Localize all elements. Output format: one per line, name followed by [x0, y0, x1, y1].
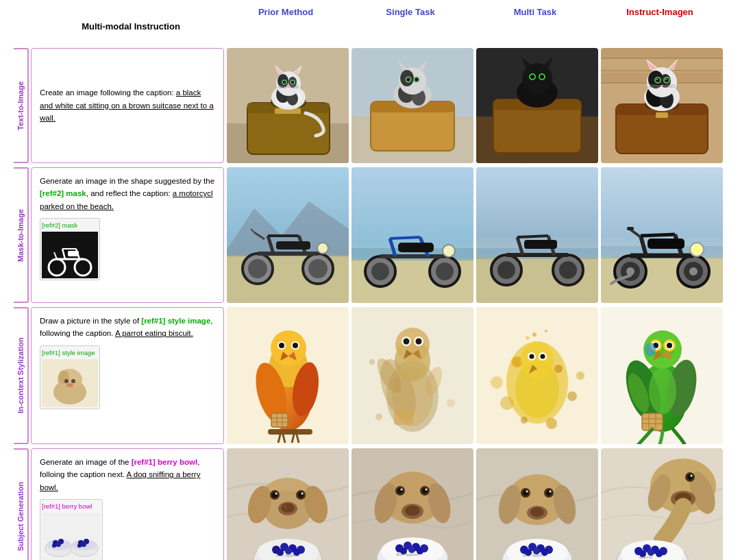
image-row2-single [352, 167, 473, 303]
svg-point-164 [271, 330, 306, 366]
svg-point-106 [317, 243, 328, 254]
svg-point-268 [277, 549, 284, 556]
svg-line-118 [390, 237, 420, 239]
svg-point-78 [665, 78, 669, 82]
svg-point-227 [667, 343, 672, 348]
svg-point-193 [369, 359, 375, 365]
svg-point-283 [401, 489, 403, 491]
instruction-stylization: Draw a picture in the style of [ref#1] s… [31, 307, 224, 444]
svg-point-211 [532, 332, 536, 337]
svg-rect-133 [524, 240, 557, 249]
svg-point-198 [554, 365, 563, 373]
svg-rect-92 [68, 251, 79, 256]
svg-point-156 [64, 379, 69, 383]
svg-point-208 [530, 354, 534, 359]
svg-rect-55 [601, 48, 723, 58]
svg-point-325 [691, 475, 693, 477]
svg-text:Bon Appétit: Bon Appétit [396, 552, 419, 557]
svg-point-316 [541, 549, 548, 556]
svg-point-314 [525, 549, 532, 556]
instruction-text-to-image: Create an image following the caption: a… [31, 48, 224, 163]
svg-point-40 [407, 78, 410, 82]
svg-point-239 [56, 541, 61, 547]
svg-point-188 [404, 339, 410, 345]
svg-point-80 [665, 79, 667, 80]
column-headers: Prior Method Single Task Multi Task Inst… [225, 7, 726, 17]
svg-point-210 [541, 354, 545, 359]
svg-rect-147 [648, 239, 684, 249]
row-text-to-image: Text-to-Image Create an image following … [14, 48, 726, 163]
svg-rect-174 [268, 429, 312, 435]
svg-point-253 [281, 503, 295, 513]
image-row4-instruct: Appétit [601, 448, 723, 560]
svg-point-99 [248, 259, 267, 278]
svg-point-200 [567, 391, 577, 401]
svg-point-128 [559, 261, 577, 279]
svg-point-79 [656, 79, 658, 80]
svg-point-213 [526, 337, 530, 340]
svg-point-157 [71, 379, 75, 383]
svg-point-192 [447, 399, 455, 407]
image-row2-prior [227, 167, 349, 303]
svg-point-333 [639, 550, 646, 557]
svg-point-278 [405, 506, 420, 516]
image-row3-prior [227, 307, 349, 444]
svg-rect-120 [398, 243, 434, 252]
svg-point-41 [415, 78, 419, 82]
svg-point-203 [491, 376, 503, 389]
image-row3-single [352, 307, 473, 444]
svg-point-77 [656, 78, 660, 82]
svg-point-100 [308, 259, 328, 278]
header-instruct: Instruct-Imagen [599, 7, 721, 17]
svg-point-206 [521, 341, 554, 380]
figure-container: Prior Method Single Task Multi Task Inst… [14, 7, 726, 560]
svg-point-294 [417, 548, 423, 555]
svg-point-228 [645, 343, 656, 356]
svg-point-202 [546, 418, 557, 429]
header-prior: Prior Method [225, 7, 347, 17]
svg-point-245 [81, 541, 86, 547]
image-row3-instruct [601, 307, 723, 444]
instruction-subject-generation: Generate an image of the [ref#1] berry b… [31, 448, 224, 560]
row-label-text-to-image: Text-to-Image [14, 48, 29, 163]
svg-point-149 [693, 245, 701, 254]
svg-point-53 [540, 75, 544, 79]
svg-point-201 [521, 417, 528, 424]
svg-point-20 [291, 81, 294, 84]
svg-point-259 [275, 493, 278, 495]
svg-point-199 [500, 396, 514, 410]
header-multi: Multi Task [474, 7, 596, 17]
row-label-mask-to-image: Mask-to-Image [14, 167, 29, 303]
svg-point-21 [286, 85, 291, 88]
svg-point-219 [649, 367, 676, 414]
svg-point-19 [283, 81, 286, 84]
svg-point-305 [526, 491, 528, 493]
svg-point-260 [301, 493, 304, 495]
svg-line-131 [517, 236, 548, 237]
svg-rect-151 [627, 227, 634, 230]
svg-point-115 [436, 263, 454, 280]
svg-point-127 [497, 261, 515, 279]
row-subject-generation: Subject Generation Generate an image of … [14, 448, 726, 560]
svg-rect-105 [276, 241, 310, 249]
svg-point-334 [648, 549, 654, 556]
row-stylization: In-context Stylization Draw a picture in… [14, 307, 726, 444]
svg-point-292 [400, 548, 407, 555]
svg-point-300 [530, 507, 544, 517]
svg-point-142 [689, 267, 698, 276]
svg-point-121 [443, 245, 455, 257]
svg-line-145 [641, 234, 675, 236]
row-mask-to-image: Mask-to-Image Generate an image in the s… [14, 167, 726, 303]
image-row4-single: Bon Appétit [352, 448, 473, 560]
image-row3-multi [476, 307, 598, 444]
svg-point-335 [656, 550, 663, 557]
header-single: Single Task [349, 7, 471, 17]
svg-point-166 [279, 343, 284, 348]
svg-point-306 [550, 491, 552, 493]
svg-point-254 [283, 504, 287, 509]
svg-point-186 [395, 328, 430, 362]
svg-point-190 [416, 339, 422, 345]
image-row2-instruct [601, 167, 723, 303]
svg-point-114 [371, 263, 389, 280]
svg-point-240 [52, 544, 56, 548]
